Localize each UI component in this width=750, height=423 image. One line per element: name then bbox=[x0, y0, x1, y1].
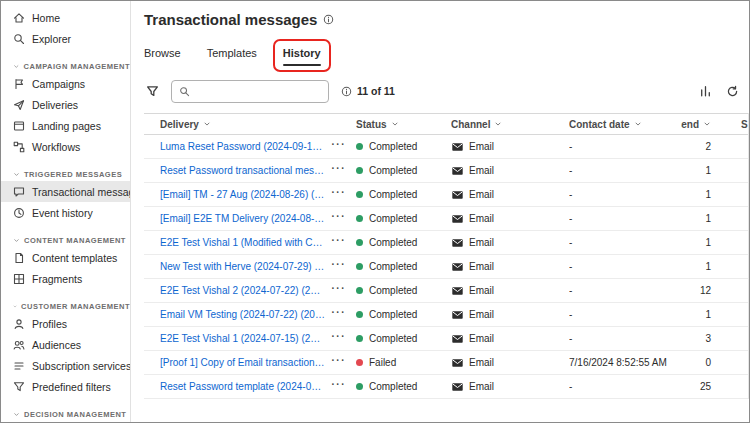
filter-button[interactable] bbox=[144, 83, 161, 100]
column-settings-button[interactable] bbox=[697, 83, 714, 100]
delivery-cell: E2E Test Vishal 1 (Modified with Chakri)… bbox=[144, 236, 356, 249]
column-header-contact-date[interactable]: Contact date bbox=[569, 119, 681, 130]
status-dot bbox=[356, 143, 363, 150]
sidebar-section-customer-management[interactable]: CUSTOMER MANAGEMENT bbox=[1, 299, 130, 313]
sidebar-item-explorer[interactable]: Explorer bbox=[1, 28, 130, 49]
sidebar-section-content-management[interactable]: CONTENT MANAGEMENT bbox=[1, 233, 130, 247]
predefined-filters-icon bbox=[13, 381, 25, 393]
delivery-link[interactable]: E2E Test Vishal 2 (2024-07-22) (2024-07-… bbox=[160, 285, 326, 296]
sidebar-section-campaign-management[interactable]: CAMPAIGN MANAGEMENT bbox=[1, 59, 130, 73]
column-header-status[interactable]: Status bbox=[356, 119, 451, 130]
delivery-cell: Reset Password template (2024-06-03) (20… bbox=[144, 380, 356, 393]
delivery-link[interactable]: Email VM Testing (2024-07-22) (2024-07-2… bbox=[160, 309, 326, 320]
more-actions-button[interactable]: ··· bbox=[332, 212, 357, 225]
delivery-link[interactable]: [Email] TM - 27 Aug (2024-08-26) (2024-0… bbox=[160, 189, 326, 200]
sidebar-item-home[interactable]: Home bbox=[1, 7, 130, 28]
more-actions-button[interactable]: ··· bbox=[332, 380, 357, 393]
sidebar-section-decision-management[interactable]: DECISION MANAGEMENT bbox=[1, 407, 130, 421]
info-icon[interactable] bbox=[323, 14, 334, 25]
column-header-to-send[interactable]: To send bbox=[681, 119, 729, 130]
column-label: Status bbox=[356, 119, 387, 130]
refresh-button[interactable] bbox=[724, 83, 741, 100]
channel-label: Email bbox=[469, 309, 494, 320]
sidebar-item-audiences[interactable]: Audiences bbox=[1, 334, 130, 355]
sidebar-item-event-history[interactable]: Event history bbox=[1, 202, 130, 223]
more-actions-button[interactable]: ··· bbox=[332, 140, 357, 153]
tab-browse[interactable]: Browse bbox=[144, 47, 181, 61]
table-row[interactable]: E2E Test Vishal 2 (2024-07-22) (2024-07-… bbox=[144, 279, 748, 303]
delivery-link[interactable]: [Email] E2E TM Delivery (2024-08-19) (20… bbox=[160, 213, 326, 224]
profiles-icon bbox=[13, 318, 25, 330]
status-cell: Completed bbox=[356, 333, 451, 344]
column-header-delivery[interactable]: Delivery bbox=[144, 119, 356, 130]
more-actions-button[interactable]: ··· bbox=[332, 308, 357, 321]
workflows-icon bbox=[13, 141, 25, 153]
status-dot bbox=[356, 335, 363, 342]
contact-date-cell: - bbox=[569, 165, 681, 176]
search-box[interactable] bbox=[171, 80, 329, 103]
more-actions-button[interactable]: ··· bbox=[332, 332, 357, 345]
status-label: Failed bbox=[369, 357, 396, 368]
sidebar-item-content-templates[interactable]: Content templates bbox=[1, 247, 130, 268]
to-send-cell: 1 bbox=[681, 189, 729, 200]
sidebar-item-deliveries[interactable]: Deliveries bbox=[1, 94, 130, 115]
envelope-icon bbox=[451, 141, 464, 153]
column-header-channel[interactable]: Channel bbox=[451, 119, 569, 130]
more-actions-button[interactable]: ··· bbox=[332, 356, 357, 369]
table-row[interactable]: [Email] TM - 27 Aug (2024-08-26) (2024-0… bbox=[144, 183, 748, 207]
more-actions-button[interactable]: ··· bbox=[332, 188, 357, 201]
sidebar-item-workflows[interactable]: Workflows bbox=[1, 136, 130, 157]
delivery-link[interactable]: [Proof 1] Copy of Email transactional ..… bbox=[160, 357, 326, 368]
page-header: Transactional messages bbox=[144, 9, 749, 29]
section-title: TRIGGERED MESSAGES bbox=[24, 170, 122, 179]
sidebar-section-triggered-messages[interactable]: TRIGGERED MESSAGES bbox=[1, 167, 130, 181]
table-row[interactable]: Luma Reset Password (2024-09-16) (2024-0… bbox=[144, 135, 748, 159]
to-send-cell: 1 bbox=[681, 309, 729, 320]
channel-label: Email bbox=[469, 261, 494, 272]
sidebar-item-campaigns[interactable]: Campaigns bbox=[1, 73, 130, 94]
channel-label: Email bbox=[469, 189, 494, 200]
section-title: CAMPAIGN MANAGEMENT bbox=[24, 62, 130, 71]
more-actions-button[interactable]: ··· bbox=[332, 284, 357, 297]
audiences-icon bbox=[13, 339, 25, 351]
sidebar-item-transactional-messages[interactable]: Transactional messages bbox=[1, 181, 130, 202]
more-actions-button[interactable]: ··· bbox=[332, 236, 357, 249]
delivery-link[interactable]: Reset Password transactional message (20… bbox=[160, 165, 326, 176]
more-actions-button[interactable]: ··· bbox=[332, 164, 357, 177]
delivery-link[interactable]: E2E Test Vishal 1 (Modified with Chakri)… bbox=[160, 237, 326, 248]
status-label: Completed bbox=[369, 285, 417, 296]
channel-label: Email bbox=[469, 141, 494, 152]
sidebar-item-landing-pages[interactable]: Landing pages bbox=[1, 115, 130, 136]
tab-history[interactable]: History bbox=[283, 47, 321, 61]
sidebar-item-subscription-services[interactable]: Subscription services bbox=[1, 355, 130, 376]
search-input[interactable] bbox=[195, 86, 321, 97]
sidebar-item-profiles[interactable]: Profiles bbox=[1, 313, 130, 334]
table-header-row: DeliveryStatusChannelContact dateTo send… bbox=[144, 113, 748, 135]
table-row[interactable]: Reset Password transactional message (20… bbox=[144, 159, 748, 183]
tab-templates[interactable]: Templates bbox=[207, 47, 257, 61]
status-dot bbox=[356, 359, 363, 366]
delivery-link[interactable]: Luma Reset Password (2024-09-16) (2024-0… bbox=[160, 141, 326, 152]
contact-date-cell: - bbox=[569, 261, 681, 272]
table-row[interactable]: Reset Password template (2024-06-03) (20… bbox=[144, 375, 748, 399]
sidebar-item-predefined-filters[interactable]: Predefined filters bbox=[1, 376, 130, 397]
contact-date-cell: - bbox=[569, 309, 681, 320]
table-row[interactable]: New Test with Herve (2024-07-29) (2024-0… bbox=[144, 255, 748, 279]
more-actions-button[interactable]: ··· bbox=[332, 260, 357, 273]
column-header-s[interactable]: S bbox=[729, 119, 748, 130]
table-row[interactable]: [Proof 1] Copy of Email transactional ..… bbox=[144, 351, 748, 375]
delivery-cell: E2E Test Vishal 2 (2024-07-22) (2024-07-… bbox=[144, 284, 356, 297]
table-row[interactable]: E2E Test Vishal 1 (2024-07-15) (2024-07-… bbox=[144, 327, 748, 351]
delivery-link[interactable]: E2E Test Vishal 1 (2024-07-15) (2024-07-… bbox=[160, 333, 326, 344]
page-title: Transactional messages bbox=[144, 11, 317, 28]
table-row[interactable]: E2E Test Vishal 1 (Modified with Chakri)… bbox=[144, 231, 748, 255]
status-dot bbox=[356, 311, 363, 318]
table-row[interactable]: [Email] E2E TM Delivery (2024-08-19) (20… bbox=[144, 207, 748, 231]
table-row[interactable]: Email VM Testing (2024-07-22) (2024-07-2… bbox=[144, 303, 748, 327]
delivery-link[interactable]: New Test with Herve (2024-07-29) (2024-0… bbox=[160, 261, 326, 272]
channel-cell: Email bbox=[451, 189, 569, 201]
delivery-link[interactable]: Reset Password template (2024-06-03) (20… bbox=[160, 381, 326, 392]
delivery-cell: E2E Test Vishal 1 (2024-07-15) (2024-07-… bbox=[144, 332, 356, 345]
to-send-cell: 1 bbox=[681, 237, 729, 248]
sidebar-item-fragments[interactable]: Fragments bbox=[1, 268, 130, 289]
